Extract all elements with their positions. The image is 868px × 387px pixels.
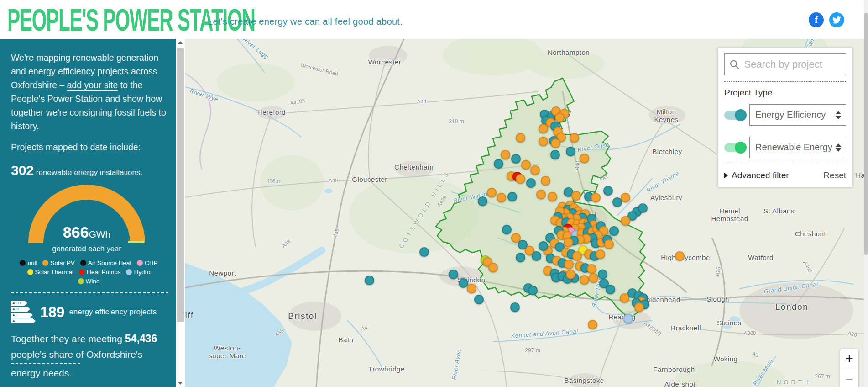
- legend-dot-icon: [27, 269, 33, 275]
- project-marker-sp[interactable]: [621, 193, 630, 202]
- renewable-energy-toggle[interactable]: [724, 143, 745, 152]
- reset-button[interactable]: Reset: [823, 170, 846, 180]
- project-marker-sp[interactable]: [572, 251, 582, 261]
- energy-efficiency-select-value: Energy Efficiency: [755, 110, 826, 120]
- project-marker-sp[interactable]: [604, 239, 614, 249]
- project-marker-sp[interactable]: [551, 138, 560, 148]
- epc-band: A+++: [11, 301, 27, 306]
- project-marker-ee[interactable]: [606, 285, 615, 294]
- efficiency-count-label: energy efficiency projects: [69, 307, 157, 317]
- project-marker-ee[interactable]: [419, 247, 429, 257]
- sidebar-scrollbar[interactable]: [176, 39, 185, 387]
- project-marker-sp[interactable]: [591, 193, 601, 202]
- project-marker-sp[interactable]: [566, 270, 575, 279]
- legend-item: Hydro: [126, 269, 150, 276]
- project-marker-sp[interactable]: [555, 113, 565, 122]
- project-marker-sp[interactable]: [564, 260, 574, 269]
- project-marker-sp[interactable]: [621, 216, 630, 226]
- project-marker-sp[interactable]: [536, 190, 546, 199]
- search-icon: [729, 58, 740, 70]
- project-marker-ee[interactable]: [510, 302, 520, 312]
- renewable-energy-select[interactable]: Renewable Energy: [749, 137, 846, 158]
- project-marker-ee[interactable]: [449, 270, 458, 279]
- energy-efficiency-toggle[interactable]: [724, 111, 745, 120]
- project-marker-ee[interactable]: [474, 295, 484, 304]
- advanced-filter-label: Advanced filter: [732, 170, 789, 180]
- page-scrollbar-thumb[interactable]: [864, 13, 868, 255]
- legend-label: null: [27, 260, 37, 266]
- project-marker-ee[interactable]: [566, 147, 575, 156]
- project-marker-sp[interactable]: [501, 150, 510, 159]
- project-marker-sp[interactable]: [580, 275, 589, 285]
- project-marker-sp[interactable]: [488, 263, 498, 272]
- project-marker-ee[interactable]: [603, 186, 613, 196]
- project-marker-sp[interactable]: [588, 320, 597, 329]
- project-marker-sp[interactable]: [571, 191, 581, 201]
- project-marker-sp[interactable]: [467, 284, 476, 293]
- project-marker-ee[interactable]: [532, 251, 541, 261]
- advanced-filter-button[interactable]: Advanced filter: [724, 170, 789, 180]
- project-marker-sp[interactable]: [497, 193, 506, 202]
- legend-item: Air Source Heat: [80, 260, 131, 266]
- project-marker-sp[interactable]: [675, 251, 685, 261]
- project-marker-sp[interactable]: [580, 154, 589, 163]
- legend-dot-icon: [137, 260, 143, 266]
- legend-label: Hydro: [134, 269, 150, 276]
- project-marker-ee[interactable]: [612, 197, 622, 207]
- epc-band: A+: [11, 313, 33, 318]
- project-marker-sp[interactable]: [570, 133, 579, 143]
- panel-divider: [724, 81, 846, 82]
- project-marker-sp[interactable]: [589, 273, 598, 283]
- project-marker-ee[interactable]: [528, 286, 538, 295]
- project-marker-ee[interactable]: [526, 178, 536, 188]
- energy-efficiency-select[interactable]: Energy Efficiency: [749, 104, 846, 126]
- project-marker-ee[interactable]: [539, 241, 548, 251]
- project-marker-ee[interactable]: [609, 226, 619, 236]
- project-marker-sp[interactable]: [620, 293, 629, 303]
- project-marker-ee[interactable]: [511, 154, 521, 164]
- project-marker-sp[interactable]: [516, 174, 525, 184]
- zoom-in-button[interactable]: +: [840, 349, 858, 369]
- legend-dot-icon: [20, 260, 26, 266]
- project-marker-sp[interactable]: [564, 238, 573, 247]
- page-scrollbar[interactable]: [864, 0, 868, 387]
- twitter-icon[interactable]: [829, 12, 844, 27]
- severn-estuary-water: [185, 263, 292, 387]
- project-marker-sp[interactable]: [539, 124, 548, 133]
- scroll-down-button[interactable]: [176, 380, 185, 387]
- legend-label: Solar PV: [50, 260, 74, 266]
- project-marker-sp[interactable]: [587, 264, 596, 274]
- add-your-site-link[interactable]: add your site: [67, 80, 118, 90]
- project-marker-sp[interactable]: [548, 192, 557, 201]
- legend-item: Wind: [78, 278, 100, 285]
- project-marker-ee[interactable]: [502, 225, 512, 234]
- efficiency-count-line: A+++A++A+A 189 energy efficiency project…: [11, 301, 167, 323]
- filter-row-renewable-energy: Renewable Energy: [724, 137, 846, 158]
- gauge-number: 866: [63, 223, 89, 241]
- project-marker-sp[interactable]: [516, 133, 525, 143]
- project-marker-ee[interactable]: [459, 278, 468, 288]
- project-marker-sp[interactable]: [487, 188, 497, 197]
- sidebar-scrollbar-thumb[interactable]: [177, 48, 184, 322]
- facebook-icon[interactable]: f: [809, 12, 824, 27]
- project-marker-sp[interactable]: [634, 302, 644, 312]
- search-input[interactable]: [744, 58, 841, 70]
- project-marker-ee[interactable]: [478, 196, 487, 206]
- project-marker-ee[interactable]: [598, 270, 607, 279]
- gauge-caption: generated each year: [28, 244, 145, 253]
- scroll-up-button[interactable]: [176, 39, 185, 46]
- project-marker-hy[interactable]: [623, 314, 633, 323]
- project-marker-sp[interactable]: [521, 160, 531, 170]
- project-marker-sp[interactable]: [539, 137, 548, 146]
- project-marker-ee[interactable]: [638, 203, 648, 213]
- project-marker-ee[interactable]: [494, 159, 503, 169]
- project-marker-sp[interactable]: [596, 249, 605, 259]
- project-marker-sp[interactable]: [530, 165, 540, 175]
- project-marker-ee[interactable]: [516, 253, 525, 262]
- project-marker-ee[interactable]: [550, 150, 560, 159]
- project-marker-ee[interactable]: [507, 192, 517, 201]
- legend-dot-icon: [79, 269, 85, 275]
- project-marker-sp[interactable]: [541, 176, 550, 186]
- project-marker-ee[interactable]: [365, 276, 374, 285]
- zoom-out-button[interactable]: −: [840, 369, 858, 387]
